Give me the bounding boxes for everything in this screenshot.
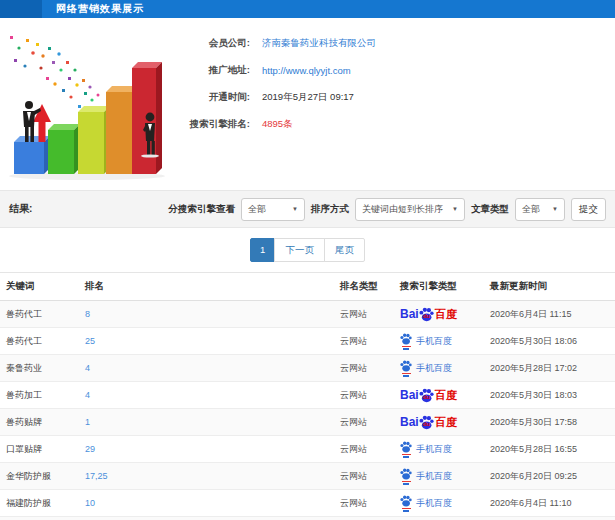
baidu-logo: Baidu百度 xyxy=(400,307,457,322)
keyword-cell: 秦鲁药业 xyxy=(0,362,85,375)
info-row: 搜索引擎排名:4895条 xyxy=(158,111,376,138)
baidu-paw-icon: du xyxy=(419,307,434,322)
baidu-logo: Baidu百度 xyxy=(400,388,457,403)
table-row: 兽药加工4云网站Baidu百度2020年5月30日 18:03 xyxy=(0,382,615,409)
table-body: 兽药代工8云网站Baidu百度2020年6月4日 11:15兽药代工25云网站手… xyxy=(0,301,615,520)
table-header-cell: 关键词 xyxy=(0,280,85,293)
table-header-cell: 搜索引擎类型 xyxy=(400,280,488,293)
baidu-logo-du: du xyxy=(423,313,430,319)
rank-cell: 1 xyxy=(85,417,340,427)
rank-cell: 25 xyxy=(85,336,340,346)
keyword-cell: 金华防护服 xyxy=(0,470,85,483)
keyword-cell: 兽药代工 xyxy=(0,308,85,321)
rank-link[interactable]: 1 xyxy=(85,417,90,427)
bar-chart-clipart xyxy=(2,26,174,186)
rank-link[interactable]: 4 xyxy=(85,363,90,373)
rank-type-cell: 云网站 xyxy=(340,389,400,402)
rank-cell: 10 xyxy=(85,498,340,508)
search-engine-cell: 手机百度 xyxy=(400,333,488,350)
article-type-filter-select[interactable]: 全部 ▼ xyxy=(515,198,565,221)
updated-time-cell: 2020年6月20日 09:25 xyxy=(488,470,615,483)
pagination-last[interactable]: 尾页 xyxy=(324,238,365,262)
updated-time-cell: 2020年5月30日 18:06 xyxy=(488,335,615,348)
table-header-cell: 排名类型 xyxy=(340,280,400,293)
mobile-baidu-label: 手机百度 xyxy=(416,497,452,510)
keyword-cell: 口罩贴牌 xyxy=(0,443,85,456)
info-value: 4895条 xyxy=(262,118,293,131)
info-label: 会员公司: xyxy=(158,37,250,50)
updated-time-cell: 2020年5月28日 17:02 xyxy=(488,362,615,375)
baidu-logo: Baidu百度 xyxy=(400,415,457,430)
rank-link[interactable]: 25 xyxy=(85,336,95,346)
baidu-logo-du: du xyxy=(423,394,430,400)
results-label: 结果: xyxy=(9,202,32,216)
info-value-link[interactable]: http://www.qlyyjt.com xyxy=(262,65,351,76)
table-row: 兽药贴牌1云网站Baidu百度2020年5月30日 17:58 xyxy=(0,409,615,436)
rank-cell: 4 xyxy=(85,390,340,400)
mobile-baidu-underline-blue xyxy=(403,375,409,377)
submit-button[interactable]: 提交 xyxy=(571,198,606,221)
table-row: 秦鲁药业4云网站手机百度2020年5月28日 17:02 xyxy=(0,355,615,382)
rank-link[interactable]: 17,25 xyxy=(85,471,108,481)
pagination-next[interactable]: 下一页 xyxy=(274,238,325,262)
mobile-baidu-logo: 手机百度 xyxy=(400,333,452,350)
rank-type-cell: 云网站 xyxy=(340,416,400,429)
mobile-baidu-label: 手机百度 xyxy=(416,470,452,483)
info-value: 2019年5月27日 09:17 xyxy=(262,91,354,104)
rank-link[interactable]: 8 xyxy=(85,309,90,319)
updated-time-cell: 2020年6月4日 11:15 xyxy=(488,308,615,321)
mobile-baidu-label: 手机百度 xyxy=(416,443,452,456)
rank-cell: 4 xyxy=(85,363,340,373)
sort-filter-select[interactable]: 关键词由短到长排序 ▼ xyxy=(355,198,465,221)
mobile-baidu-paw-icon xyxy=(400,495,412,512)
baidu-logo-cn: 百度 xyxy=(435,307,457,322)
mobile-baidu-underline-red xyxy=(402,508,411,510)
table-row: 兽药代工8云网站Baidu百度2020年6月4日 11:15 xyxy=(0,301,615,328)
baidu-logo-cn: 百度 xyxy=(435,388,457,403)
mobile-baidu-logo: 手机百度 xyxy=(400,468,452,485)
rank-cell: 17,25 xyxy=(85,471,340,481)
rank-type-cell: 云网站 xyxy=(340,497,400,510)
keyword-cell: 福建防护服 xyxy=(0,497,85,510)
keyword-cell: 兽药贴牌 xyxy=(0,416,85,429)
rank-type-cell: 云网站 xyxy=(340,308,400,321)
sort-filter-label: 排序方式 xyxy=(311,203,349,216)
mobile-baidu-underline-red xyxy=(402,346,411,348)
keyword-cell: 兽药加工 xyxy=(0,389,85,402)
mobile-baidu-underline-blue xyxy=(403,456,409,458)
sort-filter-value: 关键词由短到长排序 xyxy=(362,203,443,216)
mobile-baidu-logo: 手机百度 xyxy=(400,495,452,512)
rank-link[interactable]: 4 xyxy=(85,390,90,400)
engine-filter-value: 全部 xyxy=(248,203,266,216)
member-info-section: 会员公司:济南秦鲁药业科技有限公司推广地址:http://www.qlyyjt.… xyxy=(0,18,615,190)
mobile-baidu-underline-blue xyxy=(403,510,409,512)
table-header-cell: 排名 xyxy=(85,280,340,293)
mobile-baidu-paw-icon xyxy=(400,468,412,485)
info-value-link[interactable]: 济南秦鲁药业科技有限公司 xyxy=(262,37,376,50)
mobile-baidu-paw-icon xyxy=(400,441,412,458)
updated-time-cell: 2020年5月30日 18:03 xyxy=(488,389,615,402)
info-row: 开通时间:2019年5月27日 09:17 xyxy=(158,84,376,111)
page-header: 网络营销效果展示 xyxy=(0,0,615,18)
rank-link[interactable]: 29 xyxy=(85,444,95,454)
info-row: 会员公司:济南秦鲁药业科技有限公司 xyxy=(158,30,376,57)
baidu-logo-latin: Bai xyxy=(400,307,419,321)
rank-type-cell: 云网站 xyxy=(340,362,400,375)
bar-yellow xyxy=(78,106,110,174)
search-engine-cell: Baidu百度 xyxy=(400,307,488,322)
rank-type-cell: 云网站 xyxy=(340,443,400,456)
table-header-cell: 最新更新时间 xyxy=(488,280,615,293)
bar-green xyxy=(48,124,80,174)
updated-time-cell: 2020年5月30日 17:58 xyxy=(488,416,615,429)
chevron-down-icon: ▼ xyxy=(552,206,558,212)
baidu-logo-latin: Bai xyxy=(400,388,419,402)
engine-filter-select[interactable]: 全部 ▼ xyxy=(241,198,305,221)
mobile-baidu-logo: 手机百度 xyxy=(400,441,452,458)
keyword-cell: 兽药代工 xyxy=(0,335,85,348)
filter-controls: 分搜索引擎查看 全部 ▼ 排序方式 关键词由短到长排序 ▼ 文章类型 全部 ▼ … xyxy=(169,198,607,221)
pagination-page-1[interactable]: 1 xyxy=(250,238,275,262)
info-label: 开通时间: xyxy=(158,91,250,104)
engine-filter-label: 分搜索引擎查看 xyxy=(169,203,236,216)
rank-link[interactable]: 10 xyxy=(85,498,95,508)
rank-type-cell: 云网站 xyxy=(340,335,400,348)
